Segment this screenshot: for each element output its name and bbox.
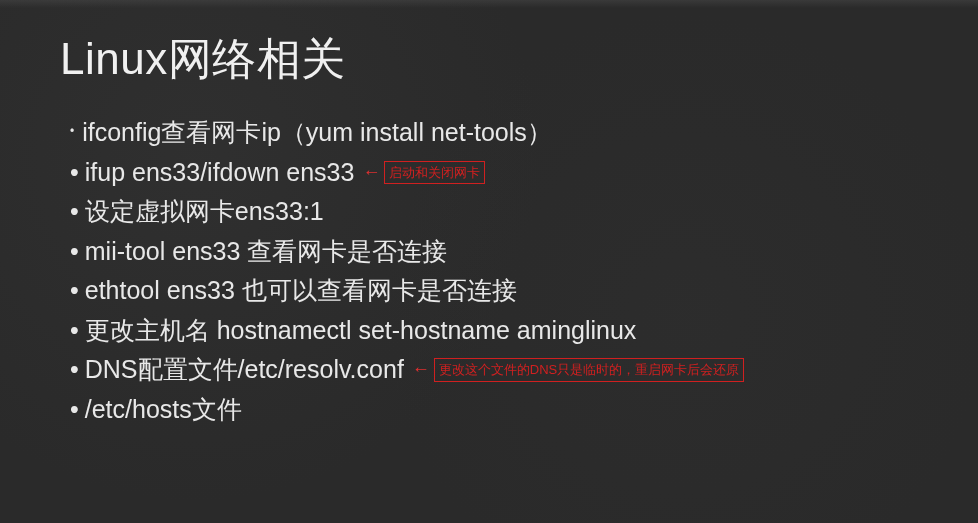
- bullet-list: •ifconfig查看网卡ip（yum install net-tools）•i…: [60, 114, 918, 428]
- bullet-text: /etc/hosts文件: [85, 391, 242, 429]
- bullet-item: •DNS配置文件/etc/resolv.conf←更改这个文件的DNS只是临时的…: [70, 351, 918, 389]
- bullet-marker: •: [70, 193, 79, 231]
- slide-title: Linux网络相关: [60, 30, 918, 89]
- bullet-item: •ifup ens33/ifdown ens33←启动和关闭网卡: [70, 154, 918, 192]
- bullet-item: •设定虚拟网卡ens33:1: [70, 193, 918, 231]
- bullet-text: ifup ens33/ifdown ens33: [85, 154, 355, 192]
- bullet-text: mii-tool ens33 查看网卡是否连接: [85, 233, 448, 271]
- bullet-marker: •: [70, 312, 79, 350]
- annotation-box: 启动和关闭网卡: [384, 161, 485, 185]
- bullet-marker: •: [70, 391, 79, 429]
- bullet-marker: •: [70, 233, 79, 271]
- bullet-marker: •: [70, 154, 79, 192]
- bullet-text: ethtool ens33 也可以查看网卡是否连接: [85, 272, 517, 310]
- bullet-text: 更改主机名 hostnamectl set-hostname aminglinu…: [85, 312, 637, 350]
- bullet-item: •ethtool ens33 也可以查看网卡是否连接: [70, 272, 918, 310]
- bullet-item: •ifconfig查看网卡ip（yum install net-tools）: [70, 114, 918, 152]
- bullet-text: 设定虚拟网卡ens33:1: [85, 193, 324, 231]
- bullet-marker: •: [70, 351, 79, 389]
- bullet-marker: •: [70, 122, 74, 140]
- annotation-wrapper: ←启动和关闭网卡: [362, 159, 485, 186]
- annotation-box: 更改这个文件的DNS只是临时的，重启网卡后会还原: [434, 358, 744, 382]
- bullet-marker: •: [70, 272, 79, 310]
- arrow-left-icon: ←: [412, 356, 430, 383]
- bullet-item: •/etc/hosts文件: [70, 391, 918, 429]
- bullet-text: ifconfig查看网卡ip（yum install net-tools）: [82, 114, 552, 152]
- bullet-item: •更改主机名 hostnamectl set-hostname aminglin…: [70, 312, 918, 350]
- bullet-item: •mii-tool ens33 查看网卡是否连接: [70, 233, 918, 271]
- annotation-wrapper: ←更改这个文件的DNS只是临时的，重启网卡后会还原: [412, 356, 744, 383]
- arrow-left-icon: ←: [362, 159, 380, 186]
- decorative-top-edge: [0, 0, 978, 8]
- bullet-text: DNS配置文件/etc/resolv.conf: [85, 351, 404, 389]
